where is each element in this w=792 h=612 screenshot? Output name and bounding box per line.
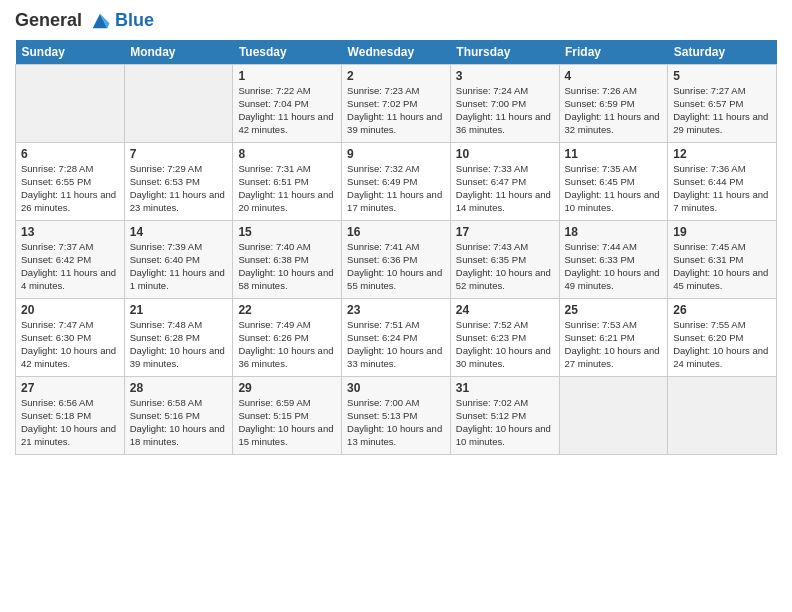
calendar-cell: 27Sunrise: 6:56 AM Sunset: 5:18 PM Dayli… — [16, 377, 125, 455]
weekday-header-thursday: Thursday — [450, 40, 559, 65]
day-number: 2 — [347, 69, 445, 83]
day-number: 18 — [565, 225, 663, 239]
calendar-cell: 13Sunrise: 7:37 AM Sunset: 6:42 PM Dayli… — [16, 221, 125, 299]
calendar-cell: 6Sunrise: 7:28 AM Sunset: 6:55 PM Daylig… — [16, 143, 125, 221]
day-info: Sunrise: 7:45 AM Sunset: 6:31 PM Dayligh… — [673, 241, 771, 292]
day-info: Sunrise: 7:22 AM Sunset: 7:04 PM Dayligh… — [238, 85, 336, 136]
calendar-cell: 24Sunrise: 7:52 AM Sunset: 6:23 PM Dayli… — [450, 299, 559, 377]
day-info: Sunrise: 7:55 AM Sunset: 6:20 PM Dayligh… — [673, 319, 771, 370]
weekday-header-wednesday: Wednesday — [342, 40, 451, 65]
day-info: Sunrise: 7:39 AM Sunset: 6:40 PM Dayligh… — [130, 241, 228, 292]
calendar-cell: 28Sunrise: 6:58 AM Sunset: 5:16 PM Dayli… — [124, 377, 233, 455]
day-info: Sunrise: 7:37 AM Sunset: 6:42 PM Dayligh… — [21, 241, 119, 292]
day-number: 6 — [21, 147, 119, 161]
day-number: 22 — [238, 303, 336, 317]
calendar-week-2: 6Sunrise: 7:28 AM Sunset: 6:55 PM Daylig… — [16, 143, 777, 221]
day-info: Sunrise: 7:40 AM Sunset: 6:38 PM Dayligh… — [238, 241, 336, 292]
calendar-cell: 11Sunrise: 7:35 AM Sunset: 6:45 PM Dayli… — [559, 143, 668, 221]
day-number: 8 — [238, 147, 336, 161]
calendar-cell: 10Sunrise: 7:33 AM Sunset: 6:47 PM Dayli… — [450, 143, 559, 221]
day-number: 29 — [238, 381, 336, 395]
calendar-cell — [124, 65, 233, 143]
main-container: General Blue SundayMondayTuesdayWednesda… — [0, 0, 792, 465]
calendar-cell: 17Sunrise: 7:43 AM Sunset: 6:35 PM Dayli… — [450, 221, 559, 299]
day-number: 12 — [673, 147, 771, 161]
day-number: 3 — [456, 69, 554, 83]
calendar-cell: 21Sunrise: 7:48 AM Sunset: 6:28 PM Dayli… — [124, 299, 233, 377]
calendar-cell: 4Sunrise: 7:26 AM Sunset: 6:59 PM Daylig… — [559, 65, 668, 143]
day-info: Sunrise: 7:48 AM Sunset: 6:28 PM Dayligh… — [130, 319, 228, 370]
day-number: 26 — [673, 303, 771, 317]
calendar-cell — [668, 377, 777, 455]
calendar-week-1: 1Sunrise: 7:22 AM Sunset: 7:04 PM Daylig… — [16, 65, 777, 143]
calendar-cell: 22Sunrise: 7:49 AM Sunset: 6:26 PM Dayli… — [233, 299, 342, 377]
weekday-header-friday: Friday — [559, 40, 668, 65]
day-number: 19 — [673, 225, 771, 239]
day-info: Sunrise: 7:23 AM Sunset: 7:02 PM Dayligh… — [347, 85, 445, 136]
day-info: Sunrise: 7:44 AM Sunset: 6:33 PM Dayligh… — [565, 241, 663, 292]
day-info: Sunrise: 7:29 AM Sunset: 6:53 PM Dayligh… — [130, 163, 228, 214]
calendar-cell: 15Sunrise: 7:40 AM Sunset: 6:38 PM Dayli… — [233, 221, 342, 299]
calendar-cell: 2Sunrise: 7:23 AM Sunset: 7:02 PM Daylig… — [342, 65, 451, 143]
calendar-cell: 14Sunrise: 7:39 AM Sunset: 6:40 PM Dayli… — [124, 221, 233, 299]
day-number: 9 — [347, 147, 445, 161]
calendar-week-4: 20Sunrise: 7:47 AM Sunset: 6:30 PM Dayli… — [16, 299, 777, 377]
weekday-header-saturday: Saturday — [668, 40, 777, 65]
day-info: Sunrise: 7:36 AM Sunset: 6:44 PM Dayligh… — [673, 163, 771, 214]
day-info: Sunrise: 7:27 AM Sunset: 6:57 PM Dayligh… — [673, 85, 771, 136]
day-info: Sunrise: 7:53 AM Sunset: 6:21 PM Dayligh… — [565, 319, 663, 370]
day-number: 27 — [21, 381, 119, 395]
calendar-cell: 5Sunrise: 7:27 AM Sunset: 6:57 PM Daylig… — [668, 65, 777, 143]
day-info: Sunrise: 7:33 AM Sunset: 6:47 PM Dayligh… — [456, 163, 554, 214]
day-info: Sunrise: 7:51 AM Sunset: 6:24 PM Dayligh… — [347, 319, 445, 370]
calendar-cell: 16Sunrise: 7:41 AM Sunset: 6:36 PM Dayli… — [342, 221, 451, 299]
day-info: Sunrise: 7:35 AM Sunset: 6:45 PM Dayligh… — [565, 163, 663, 214]
calendar-cell: 23Sunrise: 7:51 AM Sunset: 6:24 PM Dayli… — [342, 299, 451, 377]
logo: General Blue — [15, 10, 154, 32]
logo-text: General Blue — [15, 10, 154, 32]
day-number: 13 — [21, 225, 119, 239]
day-info: Sunrise: 6:59 AM Sunset: 5:15 PM Dayligh… — [238, 397, 336, 448]
day-number: 16 — [347, 225, 445, 239]
day-info: Sunrise: 6:56 AM Sunset: 5:18 PM Dayligh… — [21, 397, 119, 448]
day-info: Sunrise: 7:41 AM Sunset: 6:36 PM Dayligh… — [347, 241, 445, 292]
day-info: Sunrise: 6:58 AM Sunset: 5:16 PM Dayligh… — [130, 397, 228, 448]
calendar-body: 1Sunrise: 7:22 AM Sunset: 7:04 PM Daylig… — [16, 65, 777, 455]
day-info: Sunrise: 7:00 AM Sunset: 5:13 PM Dayligh… — [347, 397, 445, 448]
day-number: 23 — [347, 303, 445, 317]
calendar-cell: 8Sunrise: 7:31 AM Sunset: 6:51 PM Daylig… — [233, 143, 342, 221]
logo-icon — [89, 10, 111, 32]
day-number: 17 — [456, 225, 554, 239]
calendar-cell — [16, 65, 125, 143]
day-info: Sunrise: 7:28 AM Sunset: 6:55 PM Dayligh… — [21, 163, 119, 214]
calendar-cell: 19Sunrise: 7:45 AM Sunset: 6:31 PM Dayli… — [668, 221, 777, 299]
calendar-cell: 20Sunrise: 7:47 AM Sunset: 6:30 PM Dayli… — [16, 299, 125, 377]
day-info: Sunrise: 7:31 AM Sunset: 6:51 PM Dayligh… — [238, 163, 336, 214]
day-number: 31 — [456, 381, 554, 395]
day-info: Sunrise: 7:32 AM Sunset: 6:49 PM Dayligh… — [347, 163, 445, 214]
calendar-cell: 25Sunrise: 7:53 AM Sunset: 6:21 PM Dayli… — [559, 299, 668, 377]
calendar-cell: 31Sunrise: 7:02 AM Sunset: 5:12 PM Dayli… — [450, 377, 559, 455]
day-number: 10 — [456, 147, 554, 161]
day-info: Sunrise: 7:52 AM Sunset: 6:23 PM Dayligh… — [456, 319, 554, 370]
day-number: 25 — [565, 303, 663, 317]
calendar-cell: 29Sunrise: 6:59 AM Sunset: 5:15 PM Dayli… — [233, 377, 342, 455]
day-number: 20 — [21, 303, 119, 317]
day-number: 14 — [130, 225, 228, 239]
day-number: 21 — [130, 303, 228, 317]
day-info: Sunrise: 7:47 AM Sunset: 6:30 PM Dayligh… — [21, 319, 119, 370]
calendar-week-3: 13Sunrise: 7:37 AM Sunset: 6:42 PM Dayli… — [16, 221, 777, 299]
day-number: 11 — [565, 147, 663, 161]
weekday-header-row: SundayMondayTuesdayWednesdayThursdayFrid… — [16, 40, 777, 65]
day-number: 15 — [238, 225, 336, 239]
day-number: 1 — [238, 69, 336, 83]
calendar-cell: 7Sunrise: 7:29 AM Sunset: 6:53 PM Daylig… — [124, 143, 233, 221]
day-info: Sunrise: 7:43 AM Sunset: 6:35 PM Dayligh… — [456, 241, 554, 292]
day-number: 24 — [456, 303, 554, 317]
calendar-cell: 1Sunrise: 7:22 AM Sunset: 7:04 PM Daylig… — [233, 65, 342, 143]
calendar-cell: 26Sunrise: 7:55 AM Sunset: 6:20 PM Dayli… — [668, 299, 777, 377]
header: General Blue — [15, 10, 777, 32]
day-number: 7 — [130, 147, 228, 161]
calendar-cell: 30Sunrise: 7:00 AM Sunset: 5:13 PM Dayli… — [342, 377, 451, 455]
day-number: 4 — [565, 69, 663, 83]
